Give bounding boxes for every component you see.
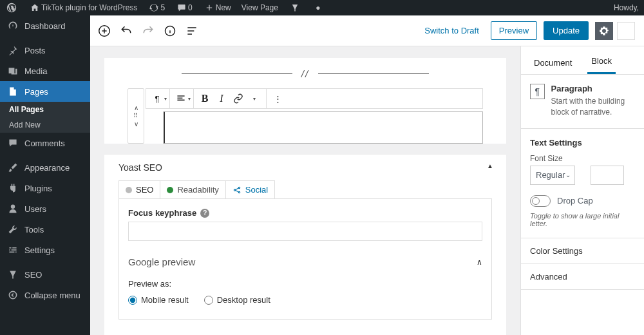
main: Switch to Draft Preview Update // ∧ ⠿ [90,15,644,335]
tab-document[interactable]: Document [530,50,576,74]
block-type-button[interactable]: ¶ [149,90,166,107]
tab-readability[interactable]: Readability [160,181,225,198]
menu-label: Posts [24,46,46,55]
menu-label: Collapse menu [24,291,80,300]
menu-appearance[interactable]: Appearance [0,157,90,178]
menu-comments[interactable]: Comments [0,133,90,153]
update-button[interactable]: Update [544,21,589,40]
paragraph-input[interactable] [164,111,483,144]
redo-button[interactable] [140,23,156,39]
menu-pages[interactable]: Pages [0,81,90,102]
updates[interactable]: 5 [142,0,170,15]
menu-settings[interactable]: Settings [0,240,90,260]
yoast-metabox: Yoast SEO ▲ SEO Readability Social Focus… [104,154,506,335]
color-settings-row[interactable]: Color Settings [521,238,644,264]
yoast-adminbar[interactable] [283,0,307,15]
editor-toolbar: Switch to Draft Preview Update [90,15,644,46]
block-mover[interactable]: ∧ ⠿ ∨ [128,88,144,144]
link-button[interactable] [230,90,247,107]
status-dot-icon [126,187,132,193]
undo-button[interactable] [118,23,134,39]
switch-to-draft[interactable]: Switch to Draft [424,26,479,35]
tab-social[interactable]: Social [226,181,274,198]
tab-seo[interactable]: SEO [119,181,160,198]
drop-cap-toggle[interactable] [530,195,551,207]
menu-tools[interactable]: Tools [0,219,90,240]
info-button[interactable] [162,23,178,39]
chevron-down-icon: ▾ [164,96,167,102]
help-icon[interactable]: ? [200,209,209,218]
refresh-icon [147,1,160,14]
wp-logo[interactable] [0,0,23,15]
media-icon [6,64,19,77]
chevron-up-icon[interactable]: ∧ [134,103,138,113]
share-icon [232,186,242,195]
separator-block[interactable]: // [182,68,429,79]
focus-keyphrase-label: Focus keyphrase ? [128,208,482,218]
brush-icon [6,161,19,174]
menu-seo[interactable]: SEO [0,264,90,285]
advanced-row[interactable]: Advanced [521,264,644,290]
chevron-down-icon[interactable]: ∨ [134,119,138,129]
status-dot[interactable]: ● [307,0,330,15]
menu-media[interactable]: Media [0,61,90,81]
add-block-button[interactable] [97,23,112,39]
selected-block: ∧ ⠿ ∨ ¶▾ ▾ [128,88,483,144]
tab-block[interactable]: Block [587,48,616,74]
comment-icon [175,1,188,14]
plus-icon [203,1,216,14]
separator-glyph: // [292,68,318,79]
view-page-link[interactable]: View Page [236,0,283,15]
font-size-number[interactable] [591,166,624,185]
status-dot-icon [167,187,173,193]
radio-desktop[interactable]: Desktop result [204,295,270,305]
wordpress-icon [5,1,18,14]
menu-label: Plugins [24,184,52,193]
more-rich-button[interactable]: ▾ [247,90,263,107]
menu-posts[interactable]: Posts [0,40,90,61]
separator-line [318,73,429,74]
user-icon [6,202,19,215]
menu-dashboard[interactable]: Dashboard [0,15,90,36]
svg-point-3 [234,189,235,190]
comment-icon [6,137,19,149]
admin-bar: TikTok plugin for WordPress 5 0 New View… [0,0,644,15]
comments-bubble[interactable]: 0 [170,0,198,15]
editor-canvas[interactable]: // ∧ ⠿ ∨ ¶▾ [90,46,520,335]
radio-mobile[interactable]: Mobile result [128,295,189,305]
submenu-add-new[interactable]: Add New [0,117,90,133]
google-preview-title: Google preview [128,256,482,267]
svg-point-5 [238,191,240,193]
preview-button[interactable]: Preview [491,21,537,40]
site-home[interactable]: TikTok plugin for WordPress [23,0,142,15]
yoast-collapse[interactable]: ▲ [487,162,493,169]
admin-menu: Dashboard Posts Media Pages All Pages Ad… [0,15,90,335]
google-preview-section: Google preview ∧ Preview as: Mobile resu… [128,256,482,305]
align-button[interactable] [173,90,189,107]
pin-icon [6,44,19,57]
wrench-icon [6,223,19,236]
drop-cap-label: Drop Cap [557,196,593,206]
drag-handle-icon[interactable]: ⠿ [133,113,138,119]
settings-button[interactable] [595,22,613,40]
plug-icon [6,182,19,195]
yoast-tabs: SEO Readability Social [118,180,275,198]
bold-button[interactable]: B [196,90,213,107]
menu-users[interactable]: Users [0,198,90,219]
inspector-panel: Document Block ¶ Paragraph Start with th… [520,46,644,335]
focus-keyphrase-input[interactable] [128,222,482,241]
block-more-button[interactable]: ⋮ [269,90,286,107]
howdy-user[interactable]: Howdy, [609,3,644,12]
separator-line [182,73,292,74]
menu-label: Users [24,204,46,214]
font-size-select[interactable]: Regular ⌄ [530,166,575,185]
italic-button[interactable]: I [213,90,230,107]
new-content[interactable]: New [198,0,236,15]
yoast-panel-button[interactable] [617,22,635,40]
submenu-all-pages[interactable]: All Pages [0,102,90,117]
menu-plugins[interactable]: Plugins [0,178,90,198]
chevron-up-icon[interactable]: ∧ [477,258,482,267]
outline-button[interactable] [184,23,200,39]
menu-collapse[interactable]: Collapse menu [0,285,90,305]
menu-label: Settings [24,245,55,255]
